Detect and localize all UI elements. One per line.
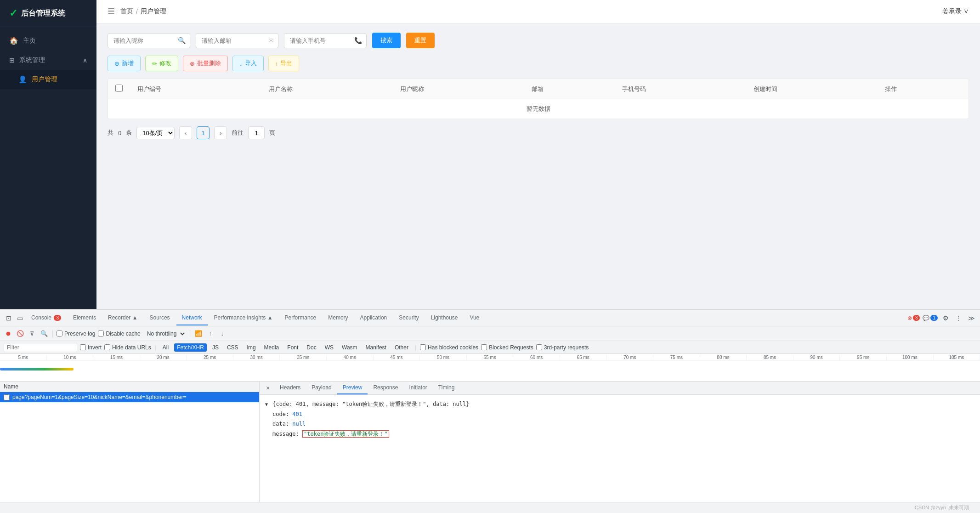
tab-vue[interactable]: Vue — [464, 311, 485, 325]
th-created-time: 创建时间 — [746, 79, 878, 99]
email-input[interactable] — [196, 33, 278, 48]
filter-tag-fetch[interactable]: Fetch/XHR — [174, 343, 207, 352]
total-prefix: 共 — [108, 129, 113, 137]
upload-icon[interactable]: ↑ — [206, 329, 215, 338]
sidebar-item-system[interactable]: ⊞ 系统管理 ∧ — [0, 51, 96, 70]
import-button[interactable]: ↓ 导入 — [232, 56, 264, 71]
devtools-settings-icon[interactable]: ⚙ — [940, 313, 951, 323]
detail-tab-response[interactable]: Response — [368, 382, 403, 394]
tab-console[interactable]: Console 3 — [26, 311, 67, 325]
batch-delete-button[interactable]: ⊗ 批量删除 — [183, 56, 228, 71]
search-bar: 🔍 ✉ 📞 搜索 重置 — [108, 33, 969, 48]
tab-performance-insights[interactable]: Performance insights ▲ — [209, 311, 278, 325]
edit-button[interactable]: ✏ 修改 — [145, 56, 178, 71]
next-page-button[interactable]: › — [214, 126, 227, 139]
tab-memory-label: Memory — [328, 314, 348, 321]
disable-cache-checkbox[interactable] — [98, 331, 104, 336]
devtools-expand-icon[interactable]: ≫ — [966, 313, 976, 323]
devtools-cursor-icon[interactable]: ⊡ — [4, 313, 14, 323]
filter-tag-wasm[interactable]: Wasm — [339, 343, 360, 352]
tl-5ms: 5 ms — [0, 355, 47, 360]
breadcrumb-home[interactable]: 首页 — [120, 7, 133, 16]
detail-tab-initiator[interactable]: Initiator — [403, 382, 432, 394]
filter-tag-ws[interactable]: WS — [322, 343, 336, 352]
filter-tag-all[interactable]: All — [160, 343, 171, 352]
th-user-id: 用户编号 — [130, 79, 261, 99]
detail-tab-payload[interactable]: Payload — [306, 382, 337, 394]
has-blocked-cookies-checkbox[interactable] — [420, 344, 426, 350]
toolbar-sep-1 — [52, 330, 53, 337]
tab-security[interactable]: Security — [393, 311, 424, 325]
th-checkbox — [108, 79, 130, 99]
filter-icon[interactable]: ⊽ — [28, 329, 37, 338]
filter-tag-doc[interactable]: Doc — [304, 343, 319, 352]
export-button-label: 导出 — [280, 59, 292, 68]
tab-recorder-label: Recorder ▲ — [108, 314, 138, 321]
detail-tab-timing[interactable]: Timing — [433, 382, 460, 394]
per-page-select[interactable]: 10条/页 20条/页 50条/页 — [136, 127, 175, 139]
tl-50ms: 50 ms — [420, 355, 467, 360]
clear-button[interactable]: 🚫 — [16, 329, 25, 338]
reset-button[interactable]: 重置 — [406, 33, 435, 48]
close-details-button[interactable]: × — [263, 383, 272, 393]
tab-performance[interactable]: Performance — [279, 311, 322, 325]
request-details: × Headers Payload Preview Response Initi… — [260, 382, 980, 502]
filter-tag-css[interactable]: CSS — [224, 343, 241, 352]
preserve-log-checkbox[interactable] — [57, 331, 62, 336]
system-icon: ⊞ — [9, 57, 15, 64]
menu-icon[interactable]: ☰ — [108, 6, 115, 17]
message-val: "token验证失败，请重新登录！" — [302, 430, 389, 438]
tab-memory[interactable]: Memory — [323, 311, 353, 325]
online-icon[interactable]: 📶 — [194, 329, 203, 338]
search-button[interactable]: 搜索 — [372, 33, 401, 48]
filter-input[interactable] — [4, 343, 77, 352]
new-button[interactable]: ⊕ 新增 — [108, 56, 141, 71]
header-user[interactable]: 姜承录 ∨ — [942, 7, 969, 16]
toolbar-sep-2 — [190, 330, 190, 337]
tab-network[interactable]: Network — [176, 311, 208, 325]
detail-tab-preview[interactable]: Preview — [337, 382, 368, 394]
filter-tag-other[interactable]: Other — [392, 343, 411, 352]
tl-80ms: 80 ms — [700, 355, 747, 360]
tab-application[interactable]: Application — [355, 311, 393, 325]
sidebar-logo: ✓ 后台管理系统 — [0, 0, 96, 27]
filter-tag-font[interactable]: Font — [284, 343, 301, 352]
devtools-device-icon[interactable]: ▭ — [15, 313, 25, 323]
devtools-more-icon[interactable]: ⋮ — [953, 313, 963, 323]
sidebar-item-user-mgmt[interactable]: 👤 用户管理 — [0, 70, 96, 89]
tab-recorder[interactable]: Recorder ▲ — [102, 311, 143, 325]
network-panel: Name page?pageNum=1&pageSize=10&nickName… — [0, 382, 980, 502]
tab-elements[interactable]: Elements — [68, 311, 102, 325]
third-party-checkbox[interactable] — [536, 344, 542, 350]
prev-page-button[interactable]: ‹ — [179, 126, 192, 139]
hide-data-urls-text: Hide data URLs — [112, 344, 151, 351]
detail-tab-headers[interactable]: Headers — [274, 382, 306, 394]
tl-105ms: 105 ms — [934, 355, 980, 360]
tl-100ms: 100 ms — [887, 355, 934, 360]
goto-page-input[interactable] — [248, 126, 265, 139]
record-button[interactable]: ⏺ — [4, 329, 13, 338]
blocked-requests-label: Blocked Requests — [481, 344, 533, 351]
th-nickname: 用户昵称 — [393, 79, 524, 99]
search-icon[interactable]: 🔍 — [40, 329, 49, 338]
errors-badge: 3 — [913, 315, 920, 321]
throttle-select[interactable]: No throttling Fast 3G Slow 3G Offline — [143, 329, 186, 338]
invert-checkbox[interactable] — [80, 344, 86, 350]
tab-sources[interactable]: Sources — [144, 311, 176, 325]
filter-tag-media[interactable]: Media — [261, 343, 282, 352]
blocked-requests-checkbox[interactable] — [481, 344, 487, 350]
filter-tag-js[interactable]: JS — [210, 343, 221, 352]
request-row[interactable]: page?pageNum=1&pageSize=10&nickName=&ema… — [0, 392, 259, 403]
select-all-checkbox[interactable] — [115, 85, 123, 92]
export-button[interactable]: ↑ 导出 — [268, 56, 300, 71]
message-key: message: — [272, 431, 302, 437]
download-icon[interactable]: ↓ — [218, 329, 227, 338]
request-checkbox[interactable] — [4, 394, 10, 400]
sidebar-item-system-left: ⊞ 系统管理 — [9, 56, 45, 64]
hide-data-urls-checkbox[interactable] — [104, 344, 110, 350]
tab-lighthouse[interactable]: Lighthouse — [425, 311, 464, 325]
filter-tag-img[interactable]: Img — [244, 343, 259, 352]
filter-tag-manifest[interactable]: Manifest — [363, 343, 389, 352]
export-icon: ↑ — [275, 60, 278, 67]
sidebar-item-home[interactable]: 🏠 主页 — [0, 31, 96, 51]
